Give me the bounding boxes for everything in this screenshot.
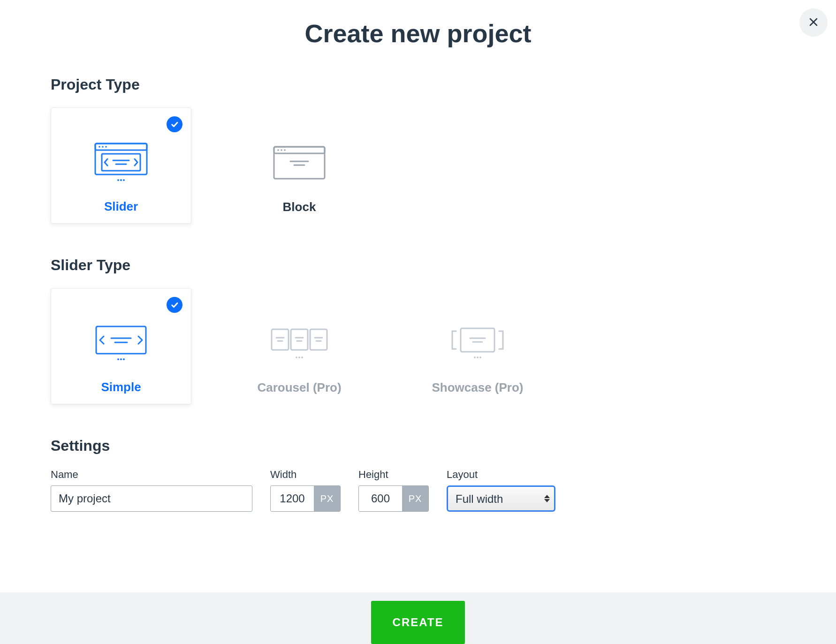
svg-point-43 xyxy=(479,356,481,358)
showcase-illustration-icon xyxy=(449,318,506,369)
project-type-label: Block xyxy=(283,200,316,214)
svg-point-16 xyxy=(281,149,282,151)
width-input[interactable] xyxy=(271,486,314,511)
width-unit: PX xyxy=(314,486,340,511)
name-field: Name xyxy=(51,469,252,512)
svg-rect-27 xyxy=(291,329,308,350)
svg-point-5 xyxy=(102,146,104,148)
svg-point-4 xyxy=(99,146,100,148)
svg-rect-13 xyxy=(274,147,325,179)
svg-point-11 xyxy=(120,179,122,181)
project-type-label: Slider xyxy=(104,199,138,214)
svg-point-10 xyxy=(117,179,119,181)
svg-rect-20 xyxy=(96,326,146,354)
name-input[interactable] xyxy=(51,485,252,512)
slider-type-label: Showcase (Pro) xyxy=(432,380,523,395)
section-slider-type-title: Slider Type xyxy=(51,257,785,274)
layout-label: Layout xyxy=(447,469,555,481)
simple-illustration-icon xyxy=(93,317,149,369)
svg-point-35 xyxy=(296,356,297,358)
height-label: Height xyxy=(358,469,429,481)
close-icon xyxy=(808,16,819,29)
height-field: Height PX xyxy=(358,469,429,512)
svg-rect-38 xyxy=(461,328,494,352)
slider-illustration-icon xyxy=(93,136,149,188)
slider-type-label: Carousel (Pro) xyxy=(257,380,341,395)
check-icon xyxy=(167,116,182,132)
svg-point-24 xyxy=(120,358,122,360)
slider-type-label: Simple xyxy=(101,380,141,394)
width-field: Width PX xyxy=(270,469,341,512)
close-button[interactable] xyxy=(799,8,828,37)
svg-point-25 xyxy=(123,358,125,360)
check-icon xyxy=(167,297,182,313)
height-input[interactable] xyxy=(359,486,402,511)
name-label: Name xyxy=(51,469,252,481)
svg-point-23 xyxy=(117,358,119,360)
height-unit: PX xyxy=(402,486,428,511)
section-project-type-title: Project Type xyxy=(51,76,785,93)
svg-rect-26 xyxy=(272,329,289,350)
svg-point-6 xyxy=(105,146,107,148)
slider-type-options: Simple Carousel (Pr xyxy=(51,288,785,404)
svg-rect-7 xyxy=(102,154,140,171)
svg-point-36 xyxy=(298,356,300,358)
height-input-group: PX xyxy=(358,485,429,512)
carousel-illustration-icon xyxy=(269,318,330,369)
svg-point-42 xyxy=(477,356,479,358)
layout-select[interactable]: Full width xyxy=(447,485,555,512)
svg-rect-2 xyxy=(95,144,147,174)
width-label: Width xyxy=(270,469,341,481)
svg-point-12 xyxy=(123,179,125,181)
layout-field: Layout Full width xyxy=(447,469,555,512)
svg-rect-28 xyxy=(310,329,327,350)
create-button[interactable]: CREATE xyxy=(371,601,465,644)
width-input-group: PX xyxy=(270,485,341,512)
modal-title: Create new project xyxy=(0,19,836,48)
settings-row: Name Width PX Height PX Layout Full widt… xyxy=(51,469,785,512)
block-illustration-icon xyxy=(272,137,327,189)
project-type-card-block[interactable]: Block xyxy=(229,107,370,224)
svg-point-17 xyxy=(284,149,286,151)
svg-point-37 xyxy=(301,356,303,358)
layout-select-wrap: Full width xyxy=(447,485,555,512)
svg-point-41 xyxy=(474,356,476,358)
project-type-options: Slider Block xyxy=(51,107,785,224)
slider-type-card-carousel: Carousel (Pro) xyxy=(229,288,370,404)
footer-bar: CREATE xyxy=(0,592,836,644)
slider-type-card-showcase: Showcase (Pro) xyxy=(407,288,548,404)
svg-point-15 xyxy=(277,149,279,151)
slider-type-card-simple[interactable]: Simple xyxy=(51,288,191,404)
section-settings-title: Settings xyxy=(51,437,785,455)
project-type-card-slider[interactable]: Slider xyxy=(51,107,191,224)
